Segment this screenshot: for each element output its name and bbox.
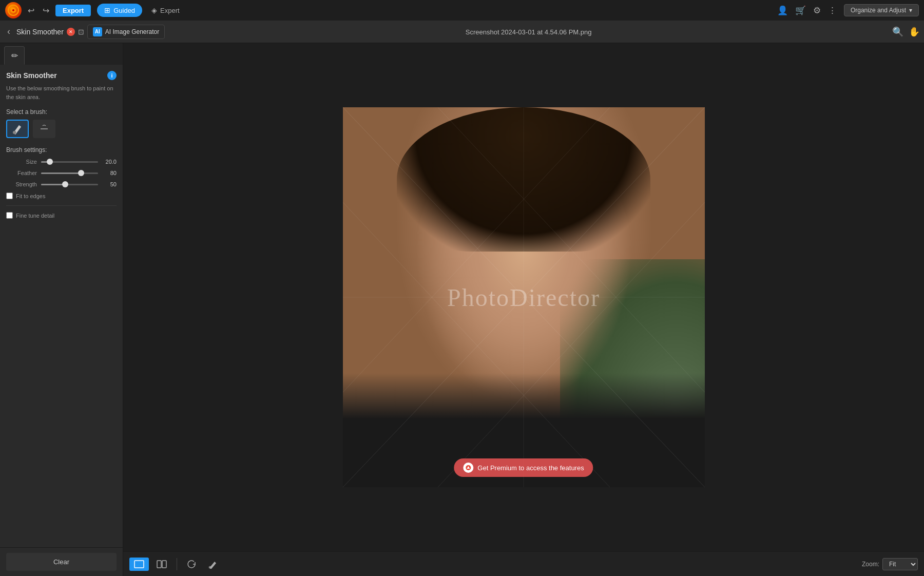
module-title: Skin Smoother [16,28,64,36]
photo-canvas: PhotoDirector Get Premium to access the … [343,107,705,487]
svg-point-2 [12,9,14,11]
svg-rect-15 [134,561,144,568]
brush-options [6,120,117,138]
search-button[interactable]: 🔍 [892,26,903,37]
ai-generator-tag[interactable]: AI AI Image Generator [87,25,165,39]
close-module-button[interactable]: ✕ [67,28,75,36]
fine-tune-label[interactable]: Fine tune detail [16,213,54,219]
expand-button[interactable]: ⊡ [78,28,84,36]
organize-label: Organize and Adjust [851,7,906,14]
erase-brush-option[interactable] [33,120,55,138]
help-icon[interactable]: ⋮ [828,5,837,16]
zoom-control: Zoom: Fit 25% 50% 100% 200% [862,558,918,570]
brush-tab-icon: ✏ [11,51,18,61]
brush-settings-title: Brush settings: [6,146,117,153]
second-bar-tools: 🔍 ✋ [892,26,920,37]
top-bar: ↩ ↪ Export ⊞ Guided ◈ Expert 👤 🛒 ⚙ ⋮ Org… [0,0,924,21]
zoom-select[interactable]: Fit 25% 50% 100% 200% [882,558,918,570]
toolbar-separator [177,558,177,570]
info-icon[interactable]: i [107,71,117,80]
fine-tune-checkbox[interactable] [6,212,13,219]
settings-icon[interactable]: ⚙ [813,5,821,16]
guided-icon: ⊞ [104,6,110,14]
brush-tool-button[interactable] [204,557,222,571]
panel-footer: Clear [0,547,123,576]
feather-label: Feather [6,170,37,176]
panel-tabs: ✏ [0,43,123,65]
expert-label: Expert [160,7,180,14]
bottom-toolbar: Zoom: Fit 25% 50% 100% 200% [123,551,924,576]
main-area: ✏ Skin Smoother i Use the below smoothin… [0,43,924,576]
ai-icon: AI [93,27,102,36]
guided-tab[interactable]: ⊞ Guided [97,4,142,17]
hair-layer [397,107,650,252]
hand-tool-button[interactable]: ✋ [909,26,920,37]
back-button[interactable]: ‹ [4,25,13,38]
premium-banner[interactable]: Get Premium to access the features [454,458,593,477]
organize-button[interactable]: Organize and Adjust ▾ [844,4,919,16]
size-slider-row: Size 20.0 [6,159,117,165]
app-logo [5,2,22,18]
top-bar-right: 👤 🛒 ⚙ ⋮ Organize and Adjust ▾ [777,4,919,16]
size-value: 20.0 [102,159,117,165]
left-panel: ✏ Skin Smoother i Use the below smoothin… [0,43,123,576]
mode-tabs: ⊞ Guided ◈ Expert [97,4,187,17]
filename-display: Screenshot 2024-03-01 at 4.54.06 PM.png [466,27,592,36]
single-view-button[interactable] [129,558,149,571]
size-slider[interactable] [41,161,98,163]
svg-point-3 [13,131,16,134]
redo-button[interactable]: ↪ [41,5,51,16]
panel-content: Skin Smoother i Use the below smoothing … [0,65,123,547]
account-icon[interactable]: 👤 [777,5,788,16]
svg-point-18 [209,566,211,568]
premium-icon [463,463,473,473]
panel-tab-brush[interactable]: ✏ [4,46,25,65]
second-bar: ‹ Skin Smoother ✕ ⊡ AI AI Image Generato… [0,21,924,43]
ai-generator-label: AI Image Generator [105,28,159,35]
svg-rect-17 [162,561,166,568]
cart-icon[interactable]: 🛒 [795,5,806,16]
fine-tune-row: Fine tune detail [6,212,117,219]
portrait-background: PhotoDirector Get Premium to access the … [343,107,705,487]
premium-text: Get Premium to access the features [477,464,584,472]
panel-description: Use the below smoothing brush to paint o… [6,84,117,101]
svg-rect-16 [157,561,161,568]
organize-arrow-icon: ▾ [909,7,912,14]
strength-label: Strength [6,181,37,187]
split-view-button[interactable] [152,558,171,571]
clear-button[interactable]: Clear [6,553,117,571]
section-header: Skin Smoother i [6,71,117,80]
guided-label: Guided [113,7,135,14]
section-title-text: Skin Smoother [6,71,57,80]
canvas-container[interactable]: PhotoDirector Get Premium to access the … [123,43,924,551]
strength-slider[interactable] [41,184,98,185]
export-button[interactable]: Export [55,5,91,16]
expert-icon: ◈ [151,6,157,14]
fit-to-edges-row: Fit to edges [6,193,117,199]
fit-to-edges-checkbox[interactable] [6,193,13,199]
undo-button[interactable]: ↩ [26,5,36,16]
canvas-area: PhotoDirector Get Premium to access the … [123,43,924,576]
feather-slider-row: Feather 80 [6,170,117,176]
fit-to-edges-label[interactable]: Fit to edges [16,193,45,199]
expert-tab[interactable]: ◈ Expert [144,4,187,17]
strength-slider-row: Strength 50 [6,181,117,187]
brush-select-label: Select a brush: [6,108,117,116]
feather-value: 80 [102,170,117,176]
paint-brush-option[interactable] [6,120,29,138]
filename-text: Screenshot 2024-03-01 at 4.54.06 PM.png [466,28,592,36]
zoom-label: Zoom: [862,561,879,568]
size-label: Size [6,159,37,165]
strength-value: 50 [102,181,117,187]
panel-divider [6,205,117,206]
feather-slider[interactable] [41,172,98,174]
rotate-button[interactable] [182,557,201,571]
